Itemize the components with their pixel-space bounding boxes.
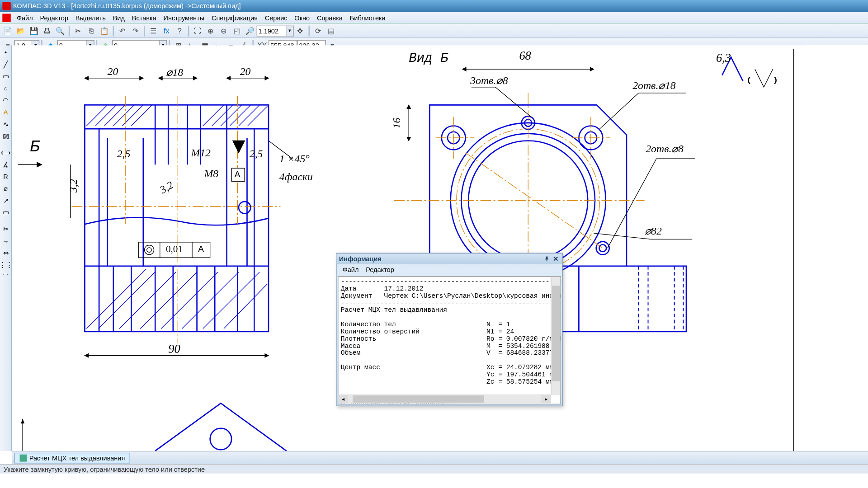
svg-line-34 xyxy=(99,272,155,328)
menu-insert[interactable]: Вставка xyxy=(128,13,160,22)
zoom-out-icon[interactable]: ⊖ xyxy=(218,25,230,37)
info-pin-icon[interactable]: 🖈 xyxy=(543,255,551,263)
info-vscroll[interactable] xyxy=(551,277,560,394)
line-icon[interactable]: ╱ xyxy=(1,60,10,69)
menu-select[interactable]: Выделить xyxy=(72,13,109,22)
svg-line-82 xyxy=(495,87,531,117)
dim-linear-icon[interactable]: ⟷ xyxy=(1,148,10,157)
svg-line-88 xyxy=(594,233,650,239)
svg-point-97 xyxy=(210,428,232,450)
dim-2.5-2: 2,5 xyxy=(250,148,263,160)
info-menu-file[interactable]: Файл xyxy=(339,266,363,273)
print-icon[interactable]: 🖶 xyxy=(41,25,53,37)
menu-file[interactable]: Файл xyxy=(13,13,37,22)
menu-tools[interactable]: Инструменты xyxy=(160,13,208,22)
menu-spec[interactable]: Спецификация xyxy=(208,13,261,22)
new-icon[interactable]: 📄 xyxy=(2,25,14,37)
zoom-in-icon[interactable]: ⊕ xyxy=(205,25,217,37)
mirror-icon[interactable]: ⇔ xyxy=(1,248,10,258)
tab-mcx[interactable]: Расчет МЦХ тел выдавливания xyxy=(14,452,131,463)
dim-m8: M8 xyxy=(204,168,218,180)
svg-line-28 xyxy=(212,105,233,126)
svg-line-29 xyxy=(221,105,241,126)
toolbar-standard: 📄 📂 💾 🖶 🔍 ✂ ⎘ 📋 ↶ ↷ ☰ fx ? ⛶ ⊕ ⊖ ◰ 🔎 ▾ ✥… xyxy=(0,24,868,38)
spline-icon[interactable]: ∿ xyxy=(1,119,10,129)
open-icon[interactable]: 📂 xyxy=(15,25,27,37)
dim-20-1: 20 xyxy=(108,66,118,78)
text-icon[interactable]: A xyxy=(1,108,10,117)
paste-icon[interactable]: 📋 xyxy=(99,25,110,37)
vars-icon[interactable]: fx xyxy=(160,25,172,37)
bottom-tabbar: Расчет МЦХ тел выдавливания xyxy=(12,451,868,464)
extend-icon[interactable]: → xyxy=(1,236,10,246)
menu-help[interactable]: Справка xyxy=(313,13,346,22)
hatch-icon[interactable]: ▨ xyxy=(1,131,10,141)
window-titlebar: КОМПАС-3D V13 - [4ertezhi.ru.0135.korpus… xyxy=(0,0,868,12)
svg-rect-1 xyxy=(85,105,269,332)
fillet-icon[interactable]: ⌒ xyxy=(1,272,10,282)
trim-icon[interactable]: ✂ xyxy=(1,224,10,234)
info-title: Информация xyxy=(339,255,382,263)
info-close-icon[interactable]: ✕ xyxy=(552,255,560,263)
svg-line-37 xyxy=(161,272,217,328)
info-body[interactable]: ----------------------------------------… xyxy=(338,277,560,404)
zoom-input[interactable] xyxy=(257,25,287,36)
menu-view[interactable]: Вид xyxy=(109,13,128,22)
leader-icon[interactable]: ↗ xyxy=(1,196,10,205)
save-icon[interactable]: 💾 xyxy=(28,25,40,37)
zoom-scale-icon[interactable]: 🔎 xyxy=(244,25,256,37)
svg-line-38 xyxy=(182,272,239,328)
preview-icon[interactable]: 🔍 xyxy=(54,25,66,37)
dim-angle-icon[interactable]: ∡ xyxy=(1,160,10,169)
copy-icon[interactable]: ⎘ xyxy=(85,25,97,37)
dim-16: 16 xyxy=(391,118,403,129)
menu-window[interactable]: Окно xyxy=(291,13,313,22)
dim-diam-icon[interactable]: ⌀ xyxy=(1,184,10,193)
menu-editor[interactable]: Редактор xyxy=(37,13,72,22)
cut-icon[interactable]: ✂ xyxy=(72,25,84,37)
dim-90: 90 xyxy=(168,343,180,356)
svg-line-21 xyxy=(86,105,107,126)
tol-ref: A xyxy=(198,244,204,255)
tol-icon[interactable]: ▭ xyxy=(1,207,10,217)
zoom-all-icon[interactable]: ⛶ xyxy=(192,25,203,37)
svg-line-23 xyxy=(104,105,125,126)
svg-line-32 xyxy=(248,106,268,126)
menu-libraries[interactable]: Библиотеки xyxy=(346,13,389,22)
tol-val: 0,01 xyxy=(166,244,183,255)
drawing-canvas[interactable]: ( ) Б Вид Б 20 ⌀18 20 2,5 2,5 3,2 3,2 M1… xyxy=(12,45,868,451)
rect-icon[interactable]: ▭ xyxy=(1,71,10,81)
svg-point-52 xyxy=(239,202,250,213)
arc-icon[interactable]: ◠ xyxy=(1,95,10,105)
info-hscroll[interactable]: ◂▸ xyxy=(338,394,551,404)
svg-point-71 xyxy=(599,244,606,252)
menu-service[interactable]: Сервис xyxy=(261,13,291,22)
zoom-drop-icon[interactable]: ▾ xyxy=(287,25,294,36)
dim-3.2-1: 3,2 xyxy=(67,179,80,192)
props-icon[interactable]: ☰ xyxy=(147,25,159,37)
refresh-icon[interactable]: ⟳ xyxy=(312,25,324,37)
svg-line-35 xyxy=(119,272,176,328)
circle-icon[interactable]: ○ xyxy=(1,84,10,93)
label-3otv8: 3отв.⌀8 xyxy=(470,74,508,87)
pan-icon[interactable]: ✥ xyxy=(294,25,306,37)
svg-line-84 xyxy=(600,93,639,129)
help-icon[interactable]: ? xyxy=(174,25,185,37)
menu-bar: Файл Редактор Выделить Вид Вставка Инстр… xyxy=(0,12,868,23)
surf-ra: 6,3 xyxy=(716,52,731,65)
svg-text:): ) xyxy=(774,76,777,84)
tab-label: Расчет МЦХ тел выдавливания xyxy=(29,454,125,461)
svg-line-22 xyxy=(95,105,116,126)
layers-icon[interactable]: ▤ xyxy=(325,25,337,37)
svg-line-36 xyxy=(140,272,197,328)
dim-phi18: ⌀18 xyxy=(166,66,183,79)
array-icon[interactable]: ⋮⋮ xyxy=(1,260,10,270)
redo-icon[interactable]: ↷ xyxy=(129,25,141,37)
zoom-window-icon[interactable]: ◰ xyxy=(231,25,243,37)
chamfer-1: 1 ×45° xyxy=(279,153,310,165)
svg-point-58 xyxy=(147,248,152,253)
point-icon[interactable]: • xyxy=(1,48,10,57)
undo-icon[interactable]: ↶ xyxy=(116,25,128,37)
dim-rad-icon[interactable]: R xyxy=(1,172,10,181)
info-menu-editor[interactable]: Редактор xyxy=(362,266,397,273)
